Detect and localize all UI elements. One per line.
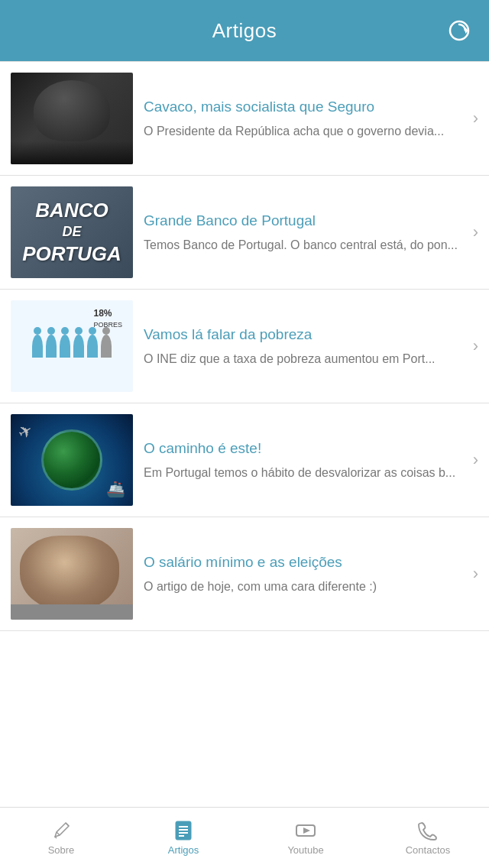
article-content-3: Vamos lá falar da pobreza O INE diz que … bbox=[144, 325, 489, 368]
tab-contactos[interactable]: Contactos bbox=[367, 808, 489, 868]
svg-marker-11 bbox=[303, 828, 310, 834]
chevron-right-icon: › bbox=[473, 564, 478, 584]
tab-artigos-label: Artigos bbox=[168, 844, 199, 856]
article-list: Cavaco, mais socialista que Seguro O Pre… bbox=[0, 61, 489, 807]
article-content-1: Cavaco, mais socialista que Seguro O Pre… bbox=[144, 97, 489, 140]
thumb2-line2: DE bbox=[22, 223, 121, 241]
face-graphic bbox=[20, 536, 119, 612]
youtube-icon bbox=[295, 820, 316, 841]
chevron-right-icon: › bbox=[473, 450, 478, 470]
poverty-pct: 18% POBRES bbox=[93, 308, 122, 329]
chevron-right-icon: › bbox=[473, 222, 478, 242]
tab-youtube[interactable]: Youtube bbox=[244, 808, 367, 868]
figure-3 bbox=[60, 335, 70, 358]
article-title-1: Cavaco, mais socialista que Seguro bbox=[144, 97, 458, 117]
article-thumbnail-1 bbox=[11, 73, 133, 164]
tab-bar: Sobre Artigos Youtube Contactos bbox=[0, 807, 489, 868]
article-item[interactable]: BANCO DE PORTUGA Grande Banco de Portuga… bbox=[0, 176, 489, 290]
thumb2-line1: BANCO bbox=[22, 198, 121, 224]
poverty-figures bbox=[32, 335, 112, 358]
article-excerpt-2: Temos Banco de Portugal. O banco central… bbox=[144, 237, 458, 254]
article-title-3: Vamos lá falar da pobreza bbox=[144, 325, 458, 345]
article-thumbnail-4 bbox=[11, 414, 133, 506]
thumb2-line3: PORTUGA bbox=[22, 241, 121, 267]
tab-youtube-label: Youtube bbox=[287, 844, 323, 856]
tab-sobre[interactable]: Sobre bbox=[0, 808, 122, 868]
chevron-right-icon: › bbox=[473, 336, 478, 356]
figure-5 bbox=[87, 335, 98, 358]
article-item[interactable]: O salário mínimo e as eleições O artigo … bbox=[0, 517, 489, 631]
app-header: Artigos bbox=[0, 0, 489, 61]
tab-artigos[interactable]: Artigos bbox=[122, 808, 244, 868]
tab-sobre-label: Sobre bbox=[48, 844, 75, 856]
figure-4 bbox=[73, 335, 84, 358]
article-excerpt-4: Em Portugal temos o hábito de desvaloriz… bbox=[144, 465, 458, 481]
article-thumbnail-3: 18% POBRES bbox=[11, 300, 133, 392]
refresh-icon bbox=[448, 19, 471, 42]
article-excerpt-1: O Presidente da República acha que o gov… bbox=[144, 123, 458, 140]
article-title-5: O salário mínimo e as eleições bbox=[144, 552, 458, 572]
article-content-2: Grande Banco de Portugal Temos Banco de … bbox=[144, 211, 489, 254]
figure-6 bbox=[101, 335, 112, 358]
phone-icon bbox=[417, 820, 439, 841]
tab-contactos-label: Contactos bbox=[406, 844, 451, 856]
article-item[interactable]: 18% POBRES Vamos lá falar da pobreza O I… bbox=[0, 290, 489, 403]
article-thumbnail-2: BANCO DE PORTUGA bbox=[11, 186, 133, 278]
article-item[interactable]: O caminho é este! Em Portugal temos o há… bbox=[0, 403, 489, 517]
svg-line-4 bbox=[55, 837, 57, 838]
article-thumbnail-5 bbox=[11, 528, 133, 620]
svg-line-3 bbox=[57, 832, 60, 835]
pencil-icon bbox=[50, 820, 72, 841]
globe-graphic bbox=[41, 429, 102, 491]
article-excerpt-3: O INE diz que a taxa de pobreza aumentou… bbox=[144, 351, 458, 368]
article-item[interactable]: Cavaco, mais socialista que Seguro O Pre… bbox=[0, 61, 489, 176]
chevron-right-icon: › bbox=[473, 108, 478, 128]
article-content-5: O salário mínimo e as eleições O artigo … bbox=[144, 552, 489, 595]
figure-2 bbox=[46, 335, 57, 358]
refresh-button[interactable] bbox=[448, 19, 471, 42]
document-icon bbox=[173, 820, 194, 841]
article-title-2: Grande Banco de Portugal bbox=[144, 211, 458, 231]
article-title-4: O caminho é este! bbox=[144, 439, 458, 458]
header-title: Artigos bbox=[212, 19, 277, 43]
article-excerpt-5: O artigo de hoje, com uma cara diferente… bbox=[144, 578, 458, 595]
article-content-4: O caminho é este! Em Portugal temos o há… bbox=[144, 439, 489, 481]
collar-graphic bbox=[11, 604, 133, 620]
svg-marker-2 bbox=[55, 823, 69, 837]
figure-1 bbox=[32, 335, 43, 358]
